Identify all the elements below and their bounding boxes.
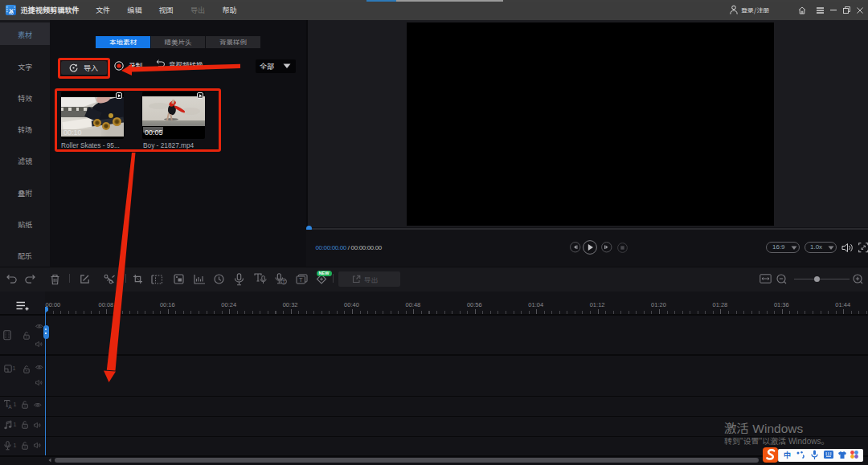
svg-text:A: A [8, 404, 12, 410]
svg-text:T: T [299, 276, 303, 283]
svg-text:T: T [282, 279, 285, 284]
